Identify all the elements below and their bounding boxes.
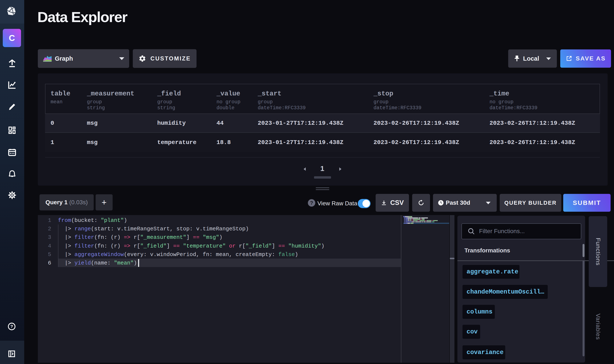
svg-text:?: ?	[10, 324, 13, 329]
